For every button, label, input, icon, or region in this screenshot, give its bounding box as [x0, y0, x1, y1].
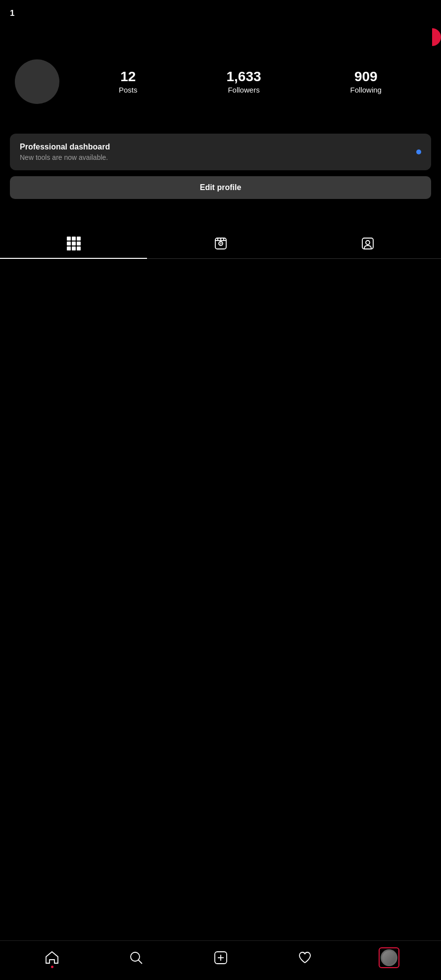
avatar: [15, 59, 59, 104]
svg-line-10: [139, 960, 143, 964]
dashboard-subtitle: New tools are now available.: [20, 153, 410, 161]
create-icon: [213, 950, 228, 965]
nav-search[interactable]: [94, 950, 178, 965]
bottom-navigation: [0, 940, 441, 980]
tagged-icon: [361, 237, 375, 250]
followers-label: Followers: [228, 86, 259, 94]
tab-reels[interactable]: [147, 229, 294, 258]
following-count: 909: [354, 69, 378, 85]
dashboard-title: Professional dashboard: [20, 143, 410, 151]
tab-grid[interactable]: [0, 229, 147, 258]
profile-header: 12 Posts 1,633 Followers 909 Following: [15, 59, 426, 104]
following-stat[interactable]: 909 Following: [350, 69, 382, 94]
profile-nav-wrapper: [379, 947, 399, 968]
heart-icon: [297, 950, 312, 965]
stats-container: 12 Posts 1,633 Followers 909 Following: [74, 69, 426, 94]
dashboard-notification-dot: [416, 149, 421, 154]
svg-point-9: [131, 952, 140, 961]
status-bar: 1: [0, 0, 441, 25]
edit-profile-button[interactable]: Edit profile: [10, 176, 431, 199]
home-notification-dot: [51, 966, 53, 968]
nav-activity[interactable]: [263, 950, 347, 965]
profile-section: 12 Posts 1,633 Followers 909 Following: [0, 49, 441, 124]
nav-home[interactable]: [10, 950, 94, 965]
posts-label: Posts: [119, 86, 138, 94]
nav-create[interactable]: [178, 950, 262, 965]
top-bar: [0, 25, 441, 49]
professional-dashboard-card[interactable]: Professional dashboard New tools are now…: [10, 134, 431, 170]
tab-tagged[interactable]: [294, 229, 441, 258]
followers-stat[interactable]: 1,633 Followers: [227, 69, 261, 94]
svg-rect-7: [362, 238, 373, 249]
grid-icon: [67, 237, 81, 250]
posts-count: 12: [120, 69, 136, 85]
nav-profile[interactable]: [347, 947, 431, 968]
posts-area: [0, 259, 441, 605]
partial-circle-decoration: [432, 28, 441, 46]
home-icon: [45, 950, 59, 965]
profile-inner: [382, 951, 396, 965]
svg-point-8: [366, 241, 370, 245]
search-icon: [129, 950, 144, 965]
following-label: Following: [350, 86, 382, 94]
posts-stat[interactable]: 12 Posts: [119, 69, 138, 94]
status-time: 1: [10, 8, 14, 18]
reels-icon: [214, 237, 228, 250]
tabs-container: [0, 229, 441, 259]
profile-avatar-nav: [381, 949, 397, 966]
followers-count: 1,633: [227, 69, 261, 85]
dashboard-text: Professional dashboard New tools are now…: [20, 143, 410, 161]
